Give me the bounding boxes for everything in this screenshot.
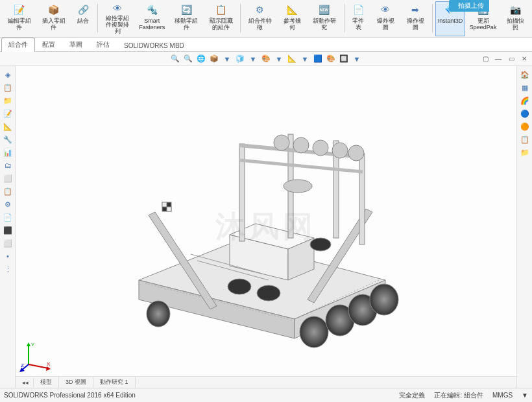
feature-tool[interactable]: ⚙ [1,198,14,210]
task-pane-tool[interactable]: 🔵 [518,108,531,119]
task-pane-tool[interactable]: 📁 [518,147,531,158]
ribbon-smart-fasteners[interactable]: 🔩Smart Fasteners [136,1,169,36]
svg-point-25 [293,137,309,153]
view-tool[interactable]: 📦 [209,54,219,64]
view-tool[interactable]: 🌐 [196,54,206,64]
ribbon-編輯零組件[interactable]: 📝編輯零組件 [3,1,36,36]
ribbon-新動作研究[interactable]: 🆕新動作研究 [308,1,341,36]
ribbon-組合件特徵[interactable]: ⚙組合件特徵 [243,1,276,36]
view-toolbar: 🔍🔍🌐📦▼🧊▼🎨▼📐▼🟦🎨🔲▼ ▢ — ▭ ✕ [0,52,532,66]
view-tool[interactable]: ▼ [352,54,362,64]
ribbon-移動零組件[interactable]: 🔄移動零組件 [170,1,203,36]
ribbon-爆炸視圖[interactable]: 👁爆炸視圖 [371,1,400,36]
task-pane-toolbar: 🏠▦🌈🔵🟠📋📁 [516,66,532,388]
svg-rect-31 [162,202,167,207]
ribbon-icon: 👁 [111,3,124,14]
feature-tool[interactable]: 📐 [1,121,14,132]
svg-point-14 [257,285,280,301]
feature-tool[interactable]: 📋 [1,185,14,197]
svg-point-28 [348,145,364,161]
view-tool[interactable]: 🔍 [183,54,193,64]
ribbon-icon: 📄 [352,3,365,16]
orientation-triad[interactable]: Y X Z [19,338,53,372]
ribbon-icon: ➡ [409,3,422,16]
feature-tool[interactable]: ⬜ [1,237,14,249]
ribbon-零件表[interactable]: 📄零件表 [346,1,370,36]
view-tool[interactable]: 🎨 [261,54,271,64]
task-pane-tool[interactable]: 🏠 [518,69,531,80]
feature-tool[interactable]: ⬜ [1,172,14,184]
ribbon-icon: 📷 [509,3,522,16]
view-tool[interactable]: 📐 [287,54,297,64]
window-controls: ▢ — ▭ ✕ [480,54,529,64]
upload-button[interactable]: 拍摄上传 [453,0,489,12]
ribbon-label: 更新 SpeedPak [470,18,497,30]
svg-text:Y: Y [31,342,35,348]
task-pane-tool[interactable]: ▦ [518,82,531,93]
task-pane-tool[interactable]: 📋 [518,134,531,145]
feature-tool[interactable]: 📊 [1,147,14,158]
ribbon-label: 結合 [77,18,89,24]
feature-tool[interactable]: 🗂 [1,160,14,171]
tab-草圖[interactable]: 草圖 [62,38,90,51]
ribbon-icon: 🔄 [180,3,193,16]
feature-tool[interactable]: 📝 [1,108,14,119]
tab-scroll-left[interactable]: ◂◂ [16,378,34,387]
doc-icon[interactable]: ▢ [480,54,490,64]
feature-tool[interactable]: 📄 [1,211,14,223]
feature-tool[interactable]: • [1,250,14,262]
ribbon-參考幾何[interactable]: 📐參考幾何 [278,1,307,36]
tab-組合件[interactable]: 組合件 [1,38,35,52]
ribbon-label: 爆炸視圖 [374,18,396,30]
svg-point-13 [228,279,251,294]
ribbon-顯示隱藏的組件[interactable]: 📋顯示隱藏的組件 [204,1,237,36]
feature-tool[interactable]: ◈ [1,69,14,80]
ribbon-label: Instant3D [438,18,463,24]
close-icon[interactable]: ✕ [519,54,529,64]
task-pane-tool[interactable]: 🌈 [518,95,531,106]
ribbon-操作視圖[interactable]: ➡操作視圖 [401,1,429,36]
graphics-viewport[interactable]: 沐风网 Y X Z [16,66,516,388]
ribbon-label: 移動零組件 [173,18,200,30]
ribbon-線性零組件複製排列[interactable]: 👁線性零組件複製排列 [101,1,134,36]
motion-tab-3D 視圖[interactable]: 3D 視圖 [59,377,93,388]
view-tool[interactable]: 🔲 [339,54,349,64]
ribbon-icon: ⚙ [254,3,267,16]
svg-rect-21 [359,154,365,244]
ribbon-label: Smart Fasteners [139,18,165,30]
maximize-icon[interactable]: ▭ [506,54,516,64]
ribbon-label: 操作視圖 [404,18,426,30]
view-tool[interactable]: ▼ [274,54,284,64]
view-tool[interactable]: ▼ [248,54,258,64]
svg-text:X: X [47,361,51,367]
ribbon-插入零組件[interactable]: 📦插入零組件 [37,1,70,36]
tab-SOLIDWORKS MBD[interactable]: SOLIDWORKS MBD [117,40,191,51]
feature-tool[interactable]: 📁 [1,95,14,106]
feature-tool[interactable]: ⋮ [1,263,14,275]
workspace: ◈📋📁📝📐🔧📊🗂⬜📋⚙📄⬛⬜•⋮ 🏠▦🌈🔵🟠📋📁 [0,66,532,388]
feature-tool[interactable]: 📋 [1,82,14,93]
motion-tab-動作研究 1[interactable]: 動作研究 1 [93,377,136,388]
feature-tool[interactable]: ⬛ [1,224,14,236]
task-pane-tool[interactable]: 🟠 [518,121,531,132]
view-tool[interactable]: 🎨 [326,54,336,64]
view-tool[interactable]: ▼ [300,54,310,64]
ribbon-label: 編輯零組件 [6,18,32,30]
tab-配置[interactable]: 配置 [35,38,62,51]
feature-tool[interactable]: 🔧 [1,134,14,145]
view-tool[interactable]: 🔍 [170,54,180,64]
status-field: 正在編輯: 組合件 [434,391,483,400]
view-tool[interactable]: 🧊 [235,54,245,64]
svg-text:Z: Z [21,362,24,368]
motion-tab-模型[interactable]: 模型 [34,377,59,388]
view-tool[interactable]: ▼ [222,54,232,64]
ribbon-label: 組合件特徵 [247,18,273,30]
ribbon-拍攝快照[interactable]: 📷拍攝快照 [501,1,529,36]
ribbon-icon: 📝 [13,3,26,16]
ribbon-icon: 🆕 [318,3,331,16]
tab-評估[interactable]: 評估 [90,38,117,51]
ribbon-icon: 🔗 [77,3,90,16]
ribbon-結合[interactable]: 🔗結合 [71,1,95,36]
view-tool[interactable]: 🟦 [313,54,323,64]
minimize-icon[interactable]: — [493,54,503,64]
